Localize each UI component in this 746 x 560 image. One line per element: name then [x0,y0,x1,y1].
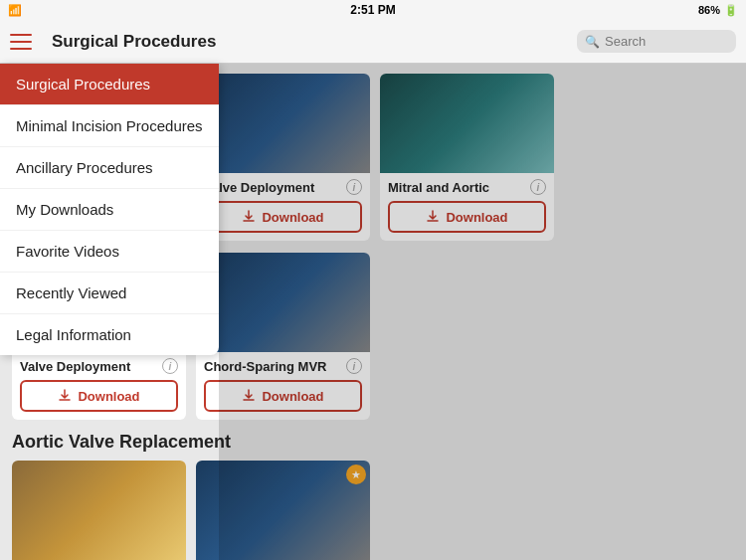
nav-title: Surgical Procedures [52,32,567,52]
search-icon: 🔍 [585,35,600,49]
hamburger-line-2 [10,41,32,43]
dropdown-item-minimal[interactable]: Minimal Incision Procedures [0,105,219,147]
download-btn-label: Download [78,389,139,404]
dropdown-item-favorites[interactable]: Favorite Videos [0,231,219,273]
wifi-icon: 📶 [8,4,22,17]
dim-overlay[interactable] [219,64,746,560]
battery-icon: 🔋 [724,4,738,17]
dropdown-item-downloads[interactable]: My Downloads [0,189,219,231]
dropdown-item-legal[interactable]: Legal Information [0,314,219,355]
download-btn-valve-deployment-mid[interactable]: Download [20,380,178,412]
hamburger-line-1 [10,34,32,36]
hamburger-button[interactable] [10,26,42,58]
dropdown-item-recently[interactable]: Recently Viewed [0,273,219,314]
search-box[interactable]: 🔍 [577,30,736,53]
status-bar: 📶 2:51 PM 86% 🔋 [0,0,746,20]
status-right: 86% 🔋 [698,4,738,17]
search-input[interactable] [605,34,724,49]
card-rat-avr: RAT AVR i Download [12,461,186,560]
card-thumb-rat-avr [12,461,186,560]
dropdown-item-surgical[interactable]: Surgical Procedures [0,64,219,105]
status-left: 📶 [8,4,22,17]
battery-label: 86% [698,4,720,16]
dropdown-menu: Surgical Procedures Minimal Incision Pro… [0,64,219,355]
hamburger-line-3 [10,48,32,50]
status-time: 2:51 PM [350,3,395,17]
card-title-valve-deployment-mid: Valve Deployment [20,359,130,374]
download-icon [58,389,72,403]
dropdown-overlay: Surgical Procedures Minimal Incision Pro… [0,64,219,355]
dropdown-item-ancillary[interactable]: Ancillary Procedures [0,147,219,189]
info-icon-valve-deployment-mid[interactable]: i [162,358,178,374]
nav-bar: Surgical Procedures 🔍 [0,20,746,64]
